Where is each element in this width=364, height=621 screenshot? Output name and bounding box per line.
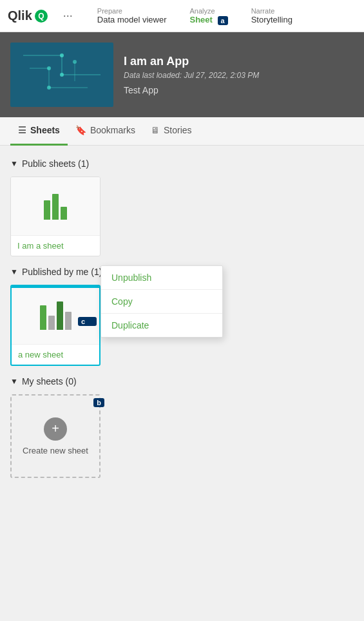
svg-point-11 [47, 86, 51, 90]
bar-g1 [40, 305, 46, 330]
my-sheets-title: My sheets (0) [22, 376, 77, 387]
new-sheet-badge: b [93, 398, 104, 407]
qlik-q-text: Qlik [8, 8, 32, 23]
bar-gr2 [65, 312, 72, 330]
bar-2 [52, 194, 59, 220]
svg-point-12 [73, 60, 77, 64]
published-by-me-arrow: ▼ [10, 267, 18, 276]
public-sheets-grid: I am a sheet [10, 177, 354, 256]
app-subtitle: Test App [124, 85, 259, 95]
tab-sheets[interactable]: ☰ Sheets [10, 117, 68, 146]
svg-point-9 [60, 73, 64, 77]
prepare-value: Data model viewer [97, 15, 167, 24]
published-by-me-title: Published by me (1) [22, 267, 102, 277]
sheet-card-thumbnail-2 [12, 286, 99, 344]
context-menu-copy[interactable]: Copy [101, 290, 222, 314]
tab-bookmarks-label: Bookmarks [90, 125, 135, 135]
app-title: I am an App [124, 55, 259, 68]
tab-sheets-label: Sheets [30, 125, 60, 135]
analyze-value: Sheet a [189, 15, 227, 24]
bar-gr1 [48, 316, 55, 330]
tab-stories-label: Stories [164, 125, 192, 135]
content-area: ▼ Public sheets (1) I am a sheet ▼ Publi… [0, 146, 364, 496]
mini-chart-2 [40, 300, 72, 332]
sheet-card-thumbnail-1 [11, 177, 100, 235]
tab-bookmarks[interactable]: 🔖 Bookmarks [68, 117, 143, 146]
svg-point-10 [47, 66, 51, 70]
qlik-logo: Qlik Q [8, 8, 48, 23]
new-sheet-container: + Create new sheet b [10, 394, 101, 478]
context-menu-unpublish[interactable]: Unpublish [101, 266, 222, 290]
analyze-badge: a [218, 16, 228, 25]
app-date: Data last loaded: Jul 27, 2022, 2:03 PM [124, 71, 259, 80]
nav-section-narrate[interactable]: Narrate Storytelling [246, 7, 298, 24]
bar-1 [44, 200, 50, 220]
app-thumbnail [10, 43, 113, 107]
my-sheets-grid: + Create new sheet b [10, 394, 354, 478]
sheet-card-label-1: I am a sheet [11, 235, 100, 256]
my-sheets-arrow: ▼ [10, 377, 18, 386]
nav-section-analyze[interactable]: Analyze Sheet a [184, 7, 233, 24]
context-menu-duplicate[interactable]: Duplicate [101, 314, 222, 337]
stories-icon: 🖥 [151, 125, 160, 135]
narrate-value: Storytelling [251, 15, 292, 24]
app-header: I am an App Data last loaded: Jul 27, 20… [0, 32, 364, 117]
qlik-icon: Q [35, 10, 48, 23]
sheet-card-label-2: a new sheet [12, 344, 99, 365]
tab-stories[interactable]: 🖥 Stories [143, 117, 200, 146]
top-nav: Qlik Q ··· Prepare Data model viewer Ana… [0, 0, 364, 32]
context-menu: Unpublish Copy Duplicate [101, 265, 223, 338]
tabs-bar: ☰ Sheets 🔖 Bookmarks 🖥 Stories [0, 117, 364, 146]
narrate-label: Narrate [251, 7, 292, 15]
app-info: I am an App Data last loaded: Jul 27, 20… [124, 55, 259, 95]
plus-icon: + [44, 417, 67, 441]
nav-section-prepare[interactable]: Prepare Data model viewer [92, 7, 172, 24]
bar-g2 [57, 301, 63, 330]
prepare-label: Prepare [97, 7, 167, 15]
nav-dots-button[interactable]: ··· [63, 9, 73, 23]
sheets-icon: ☰ [18, 125, 26, 135]
context-menu-badge: c [78, 317, 97, 326]
my-sheets-section-header[interactable]: ▼ My sheets (0) [10, 376, 354, 387]
published-sheet-container: a new sheet c Unpublish Copy Duplicate [10, 285, 101, 366]
public-sheets-title: Public sheets (1) [22, 158, 89, 169]
analyze-label: Analyze [189, 7, 227, 15]
public-sheets-arrow: ▼ [10, 159, 18, 168]
new-sheet-label: Create new sheet [23, 446, 88, 455]
create-new-sheet-card[interactable]: + Create new sheet [10, 394, 101, 478]
sheet-card-public-1[interactable]: I am a sheet [10, 177, 101, 256]
published-by-me-grid: a new sheet c Unpublish Copy Duplicate [10, 285, 354, 366]
public-sheets-section-header[interactable]: ▼ Public sheets (1) [10, 158, 354, 169]
bookmarks-icon: 🔖 [75, 125, 86, 135]
svg-point-8 [60, 53, 64, 57]
bar-3 [61, 207, 67, 220]
mini-chart-1 [44, 190, 67, 222]
